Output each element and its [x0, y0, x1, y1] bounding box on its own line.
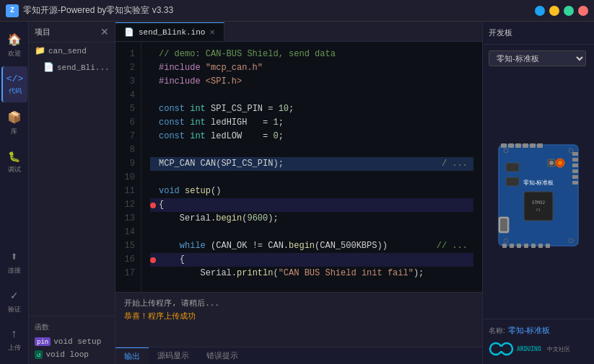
minimize-icon[interactable] [535, 6, 545, 16]
func-badge-loop: ↺ [35, 350, 43, 359]
code-line-10 [150, 171, 473, 185]
code-editor[interactable]: 1 2 3 4 5 6 7 8 9 10 11 12 13 14 15 16 1… [115, 42, 482, 292]
board-svg: STM32 F1 零知-标准板 [495, 138, 582, 253]
code-content[interactable]: // demo: CAN-BUS Shield, send data #incl… [141, 42, 482, 292]
board-name-label: 名称: 零知-标准板 [489, 325, 588, 336]
title-controls [535, 6, 588, 16]
code-icon: </> [6, 74, 23, 84]
community-text: 中文社区 [547, 345, 570, 353]
file-panel: 项目 ✕ 📁 can_send 📄 send_Bli... 函数 pin voi… [29, 22, 115, 364]
code-line-14 [150, 226, 473, 239]
func-badge-pin: pin [35, 337, 51, 346]
code-line-17: Serial. println ( "CAN BUS Shield init f… [150, 267, 473, 280]
code-token: // demo: CAN-BUS Shield, send data [159, 48, 336, 61]
code-line-8 [150, 143, 473, 157]
code-line-5: const int SPI_CS_PIN = 10 ; [150, 102, 473, 116]
svg-rect-38 [494, 347, 508, 351]
sidebar-item-connect[interactable]: ⬆ 连接 [1, 244, 27, 280]
main-layout: 🏠 欢迎 </> 代码 📦 库 🐛 调试 ⬆ 连接 ✓ 验证 ↑ 上传 [0, 22, 594, 364]
svg-rect-14 [510, 244, 514, 248]
right-panel: 开发板 零知-标准板 [482, 22, 594, 364]
svg-point-28 [558, 161, 562, 165]
func-item-loop[interactable]: ↺ void loop [29, 348, 115, 361]
func-panel: 函数 pin void setup ↺ void loop [29, 316, 115, 364]
connect-icon: ⬆ [11, 249, 18, 264]
file-panel-title: 项目 [35, 27, 51, 37]
title-btn-max[interactable] [564, 6, 574, 16]
breakpoint-dot-12 [150, 203, 156, 208]
sidebar-item-welcome[interactable]: 🏠 欢迎 [1, 27, 27, 63]
svg-rect-26 [506, 177, 519, 186]
logos-row: ARDUINO 中文社区 [489, 340, 588, 358]
folder-name: can_send [48, 47, 87, 56]
svg-rect-21 [500, 218, 507, 231]
code-line-1: // demo: CAN-BUS Shield, send data [150, 48, 473, 61]
editor-tabs: 📄 send_Blink.ino ✕ [115, 22, 482, 42]
file-send-blink[interactable]: 📄 send_Bli... [29, 59, 115, 76]
welcome-icon: 🏠 [7, 32, 22, 47]
func-item-setup[interactable]: pin void setup [29, 335, 115, 348]
title-btn-close[interactable] [578, 6, 588, 16]
svg-rect-17 [531, 244, 536, 248]
svg-rect-19 [546, 244, 550, 248]
svg-rect-9 [572, 164, 578, 167]
file-icon: 📄 [43, 62, 54, 73]
output-line-2: 恭喜！程序上传成功 [124, 310, 473, 323]
func-label-loop: void loop [45, 350, 88, 359]
sidebar-label-debug: 调试 [8, 165, 21, 174]
sidebar-label-connect: 连接 [8, 266, 21, 275]
tab-label: send_Blink.ino [139, 28, 205, 37]
verify-icon: ✓ [11, 288, 18, 303]
tab-close-icon[interactable]: ✕ [209, 27, 214, 37]
right-bottom: 名称: 零知-标准板 ARDUINO 中文社区 [483, 319, 594, 364]
title-bar: Z 零知开源-Powered by零知实验室 v3.33 [0, 0, 594, 22]
output-tab-output[interactable]: 输出 [115, 347, 149, 365]
board-select[interactable]: 零知-标准板 [489, 50, 586, 66]
code-line-15: while (CAN_OK != CAN. begin (CAN_500KBPS… [150, 239, 473, 253]
func-label-setup: void setup [53, 337, 101, 346]
library-icon: 📦 [7, 110, 22, 125]
sidebar-item-verify[interactable]: ✓ 验证 [1, 283, 27, 319]
breakpoint-dot-16 [150, 257, 156, 263]
tab-send-blink[interactable]: 📄 send_Blink.ino ✕ [115, 22, 224, 41]
sidebar-item-library[interactable]: 📦 库 [1, 105, 27, 141]
sidebar-label-welcome: 欢迎 [8, 49, 21, 58]
output-content: 开始上传程序, 请稍后... 恭喜！程序上传成功 [115, 293, 482, 347]
file-panel-close[interactable]: ✕ [100, 26, 109, 37]
svg-rect-1 [501, 143, 507, 148]
infinity-logo [489, 340, 514, 358]
svg-rect-5 [530, 143, 536, 148]
output-tab-errors[interactable]: 错误提示 [198, 347, 247, 365]
code-line-13: Serial. begin ( 9600 ); [150, 212, 473, 226]
output-panel: 开始上传程序, 请稍后... 恭喜！程序上传成功 输出 源码显示 错误提示 [115, 292, 482, 364]
code-line-4 [150, 89, 473, 102]
svg-text:F1: F1 [536, 208, 541, 212]
svg-rect-25 [506, 163, 519, 172]
app-icon: Z [6, 4, 19, 17]
svg-rect-2 [508, 143, 514, 148]
sidebar-item-code[interactable]: </> 代码 [1, 66, 27, 102]
code-line-2: #include "mcp_can.h" [150, 61, 473, 75]
folder-icon: 📁 [35, 45, 45, 56]
svg-rect-10 [572, 169, 578, 173]
svg-text:STM32: STM32 [532, 200, 545, 205]
code-line-3: #include <SPI.h> [150, 75, 473, 89]
board-image-container: STM32 F1 零知-标准板 [483, 72, 594, 319]
code-line-16: { [150, 253, 473, 267]
svg-rect-7 [572, 152, 578, 156]
title-btn-min[interactable] [549, 6, 559, 16]
output-tab-source[interactable]: 源码显示 [149, 347, 198, 365]
title-bar-left: Z 零知开源-Powered by零知实验室 v3.33 [6, 4, 173, 17]
debug-icon: 🐛 [8, 151, 20, 163]
board-panel-header: 开发板 [483, 22, 594, 45]
sidebar-item-upload[interactable]: ↑ 上传 [1, 322, 27, 358]
svg-rect-8 [572, 158, 578, 161]
sidebar-label-verify: 验证 [8, 305, 21, 314]
sidebar-label-upload: 上传 [8, 343, 21, 352]
svg-point-30 [549, 161, 554, 165]
sidebar-item-debug[interactable]: 🐛 调试 [1, 144, 27, 180]
folder-can-send[interactable]: 📁 can_send [29, 43, 115, 59]
code-line-9: MCP_CAN CAN(SPI_CS_PIN); / ... [150, 157, 473, 171]
line-numbers: 1 2 3 4 5 6 7 8 9 10 11 12 13 14 15 16 1… [115, 42, 141, 292]
svg-text:零知-标准板: 零知-标准板 [523, 179, 554, 186]
